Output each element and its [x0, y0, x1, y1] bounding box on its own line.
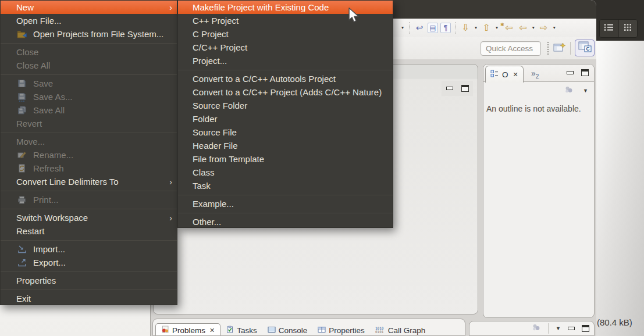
- submenu-item-convert-c-cpp[interactable]: Convert to a C/C++ Project (Adds C/C++ N…: [178, 85, 393, 99]
- maximize-icon[interactable]: [461, 85, 469, 92]
- tab-outline[interactable]: O ✕: [485, 66, 524, 83]
- menu-item-convert-line-delimiters[interactable]: Convert Line Delimiters To ›: [1, 175, 177, 188]
- quick-access-field[interactable]: Quick Access: [481, 41, 541, 56]
- view-menu-icon[interactable]: ▼: [583, 88, 588, 94]
- link-with-editor-icon[interactable]: [531, 323, 541, 334]
- svg-text:0101: 0101: [375, 330, 384, 334]
- view-toggle-group: [599, 19, 638, 38]
- secondary-bottom-view: ▼: [469, 321, 595, 336]
- tab-label: Console: [279, 326, 308, 335]
- menu-item-save-all[interactable]: Save All: [1, 103, 177, 117]
- print-icon: [17, 195, 27, 205]
- close-icon[interactable]: ✕: [513, 71, 518, 78]
- submenu-item-makefile-project[interactable]: Makefile Project with Existing Code: [178, 1, 393, 14]
- menu-item-close[interactable]: Close: [1, 45, 177, 59]
- menu-item-import[interactable]: Import...: [1, 242, 177, 256]
- menu-item-rename[interactable]: Rename...: [1, 148, 177, 162]
- menu-item-export[interactable]: Export...: [1, 256, 177, 269]
- submenu-item-example[interactable]: Example...: [178, 197, 393, 210]
- call-graph-icon: 10100101: [375, 326, 385, 335]
- menu-item-new[interactable]: New ›: [1, 1, 177, 14]
- file-menu: New › Open File... Open Projects from Fi…: [0, 0, 177, 305]
- tab-problems[interactable]: Problems ✕: [155, 323, 220, 336]
- tab-properties[interactable]: Properties: [312, 324, 370, 336]
- submenu-item-file-from-template[interactable]: File from Template: [178, 152, 393, 166]
- toolbar-drag-handle[interactable]: [547, 42, 549, 55]
- outline-view: O ✕ »2 ▼ An outline is not available.: [483, 64, 595, 318]
- submenu-item-header-file[interactable]: Header File: [178, 139, 393, 152]
- tab-label: Tasks: [237, 326, 257, 335]
- more-views-indicator[interactable]: »2: [531, 69, 539, 80]
- submenu-arrow-icon: ›: [169, 3, 172, 12]
- maximize-icon[interactable]: [581, 69, 589, 76]
- list-view-button[interactable]: [600, 20, 618, 37]
- previous-annotation-icon[interactable]: ⇧: [481, 22, 492, 34]
- show-whitespace-icon[interactable]: ¶: [440, 23, 451, 33]
- save-icon: [17, 79, 27, 88]
- dropdown-caret-icon[interactable]: ▾: [530, 25, 537, 30]
- menu-separator: [1, 74, 177, 75]
- attachment-size-caption: (80.4 kB): [597, 317, 632, 327]
- forward-icon[interactable]: ⇨: [538, 22, 550, 34]
- menu-item-refresh[interactable]: Refresh: [1, 162, 177, 175]
- minimize-icon[interactable]: [446, 87, 453, 90]
- submenu-item-source-folder[interactable]: Source Folder: [178, 99, 393, 112]
- tab-tasks[interactable]: Tasks: [220, 324, 262, 336]
- dropdown-caret-icon[interactable]: ▾: [399, 25, 406, 30]
- menu-separator: [1, 133, 177, 133]
- dropdown-caret-icon[interactable]: ▾: [472, 25, 479, 30]
- menu-item-open-projects[interactable]: Open Projects from File System...: [1, 27, 177, 41]
- tasks-icon: [226, 326, 234, 335]
- submenu-item-cpp-project[interactable]: C++ Project: [178, 14, 393, 27]
- menu-item-revert[interactable]: Revert: [1, 117, 177, 130]
- last-edit-location-icon[interactable]: ⇦: [503, 22, 515, 34]
- submenu-item-c-project[interactable]: C Project: [178, 27, 393, 41]
- dropdown-caret-icon[interactable]: ▾: [551, 25, 558, 30]
- menu-item-switch-workspace[interactable]: Switch Workspace ›: [1, 211, 177, 224]
- save-all-icon: [17, 106, 27, 115]
- submenu-item-project[interactable]: Project...: [178, 54, 393, 67]
- submenu-item-folder[interactable]: Folder: [178, 112, 393, 126]
- problems-icon: [161, 326, 169, 335]
- cpp-perspective-button[interactable]: C: [575, 40, 595, 56]
- submenu-item-task[interactable]: Task: [178, 179, 393, 192]
- screen: (80.4 kB) ▾ ↩ ▤ ¶ ⇩ ▾ ⇧ ▾ ✱ ⇦ ⇦ ▾ ⇨ ▾: [0, 0, 644, 336]
- outline-toolbar: ▼: [483, 82, 594, 99]
- menu-item-properties[interactable]: Properties: [1, 274, 177, 287]
- dropdown-caret-icon[interactable]: ▾: [493, 25, 500, 30]
- tab-call-graph[interactable]: 10100101 Call Graph: [370, 324, 431, 336]
- minimize-icon[interactable]: [568, 327, 575, 330]
- menu-item-close-all[interactable]: Close All: [1, 59, 177, 72]
- outline-message: An outline is not available.: [483, 99, 594, 118]
- view-menu-icon[interactable]: ▼: [556, 326, 561, 331]
- problems-view: Problems ✕ Tasks Console: [152, 319, 465, 336]
- menu-item-print[interactable]: Print...: [1, 193, 177, 206]
- submenu-item-convert-autotools[interactable]: Convert to a C/C++ Autotools Project: [178, 72, 393, 85]
- close-icon[interactable]: ✕: [209, 327, 215, 334]
- maximize-icon[interactable]: [582, 325, 589, 332]
- menu-item-open-file[interactable]: Open File...: [1, 14, 177, 27]
- menu-separator: [1, 191, 177, 191]
- link-with-editor-icon[interactable]: [564, 85, 574, 96]
- menu-item-save-as[interactable]: Save As...: [1, 90, 177, 103]
- word-wrap-icon[interactable]: ↩: [414, 22, 425, 34]
- submenu-item-c-cpp-project[interactable]: C/C++ Project: [178, 41, 393, 54]
- menu-item-save[interactable]: Save: [1, 77, 177, 90]
- minimize-icon[interactable]: [567, 71, 574, 74]
- open-perspective-button[interactable]: [553, 42, 566, 56]
- menu-item-restart[interactable]: Restart: [1, 224, 177, 238]
- submenu-item-source-file[interactable]: Source File: [178, 126, 393, 139]
- save-as-icon: [17, 92, 27, 102]
- submenu-item-class[interactable]: Class: [178, 166, 393, 179]
- grid-view-button[interactable]: [618, 20, 638, 37]
- tab-console[interactable]: Console: [262, 324, 313, 336]
- menu-separator: [1, 289, 177, 290]
- toolbar-separator: [409, 22, 410, 34]
- refresh-icon: [17, 164, 27, 173]
- next-annotation-icon[interactable]: ⇩: [460, 22, 471, 34]
- submenu-item-other[interactable]: Other...: [178, 215, 393, 228]
- menu-item-exit[interactable]: Exit: [1, 292, 177, 305]
- block-selection-icon[interactable]: ▤: [428, 23, 438, 33]
- back-icon[interactable]: ⇦: [517, 22, 529, 34]
- menu-item-move[interactable]: Move...: [1, 135, 177, 148]
